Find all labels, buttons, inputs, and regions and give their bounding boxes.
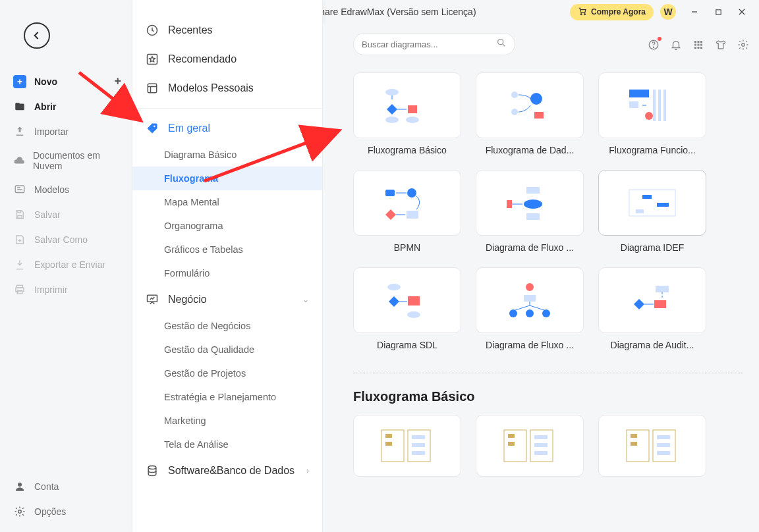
example-thumb — [353, 415, 461, 477]
svg-rect-16 — [148, 84, 156, 92]
template-caption: Diagrama de Fluxo ... — [476, 340, 584, 350]
search-box[interactable] — [353, 33, 515, 55]
svg-rect-73 — [534, 443, 548, 447]
svg-rect-6 — [15, 186, 24, 193]
svg-rect-51 — [408, 296, 420, 306]
category-sub-item[interactable]: Tela de Análise — [132, 433, 322, 456]
panel-top-item[interactable]: Recentes — [132, 16, 322, 45]
svg-line-21 — [503, 44, 505, 46]
svg-rect-89 — [700, 44, 702, 46]
template-caption: Diagrama de Fluxo ... — [476, 242, 584, 253]
svg-rect-54 — [524, 295, 536, 302]
help-icon[interactable] — [647, 38, 660, 51]
category-sub-item[interactable]: Gestão de Projetos — [132, 361, 322, 385]
template-card[interactable]: Fluxograma Básico — [353, 72, 461, 155]
tshirt-icon[interactable] — [714, 38, 727, 51]
category-sub-item[interactable]: Gestão de Negócios — [132, 314, 322, 338]
sidebar-item-label: Imprimir — [34, 284, 68, 295]
buy-now-button[interactable]: Compre Agora — [570, 4, 654, 20]
category-sub-item[interactable]: Organograma — [132, 214, 322, 238]
sidebar-item-label: Modelos — [34, 184, 69, 195]
svg-rect-3 — [716, 9, 720, 14]
category-sub-item[interactable]: Mapa Mental — [132, 190, 322, 214]
category-sub-item[interactable]: Diagrama Básico — [132, 143, 322, 167]
svg-point-49 — [387, 284, 401, 290]
template-thumb — [476, 72, 584, 138]
category-sub-item[interactable]: Fluxograma — [132, 167, 322, 190]
svg-rect-31 — [534, 112, 544, 119]
svg-point-93 — [742, 43, 745, 47]
sidebar-item-imprimir[interactable]: Imprimir — [0, 277, 132, 302]
minimize-button[interactable] — [683, 3, 706, 21]
sidebar-item-abrir[interactable]: Abrir — [0, 94, 132, 119]
star-box-icon — [146, 53, 159, 66]
sidebar-item-exportar[interactable]: Exportar e Enviar — [0, 252, 132, 277]
search-input[interactable] — [362, 40, 496, 49]
plus-icon[interactable]: + — [114, 74, 121, 88]
category-sub-item[interactable]: Formulário — [132, 261, 322, 285]
cart-icon — [578, 7, 587, 18]
template-card[interactable]: Diagrama de Audit... — [598, 267, 706, 350]
template-card[interactable]: Fluxograma Funcio... — [598, 72, 706, 155]
svg-point-26 — [385, 117, 399, 123]
sidebar-footer-opcoes[interactable]: Opções — [0, 499, 132, 524]
category-sub-item[interactable]: Gestão da Qualidade — [132, 338, 322, 361]
example-template-card[interactable] — [476, 415, 584, 477]
sidebar-item-label: Documentos em Nuvem — [33, 150, 121, 171]
app-badge[interactable]: W — [660, 4, 676, 20]
panel-top-item[interactable]: Modelos Pessoais — [132, 74, 322, 103]
svg-point-0 — [580, 13, 582, 14]
template-card[interactable]: BPMN — [353, 170, 461, 253]
svg-rect-87 — [694, 44, 696, 46]
sidebar-item-novo[interactable]: +Novo+ — [0, 68, 132, 94]
template-card[interactable]: Diagrama IDEF — [598, 170, 706, 253]
template-card[interactable]: Diagrama de Fluxo ... — [476, 267, 584, 350]
category-sub-item[interactable]: Marketing — [132, 409, 322, 433]
svg-rect-65 — [412, 435, 425, 439]
settings-icon[interactable] — [737, 38, 750, 51]
category-header[interactable]: Negócio⌄ — [132, 285, 322, 314]
close-button[interactable] — [730, 3, 754, 21]
category-sub-item[interactable]: Gráficos e Tabelas — [132, 238, 322, 261]
back-button[interactable] — [24, 22, 50, 49]
svg-rect-48 — [636, 209, 644, 213]
sidebar-item-importar[interactable]: Importar — [0, 119, 132, 144]
svg-rect-92 — [700, 47, 702, 49]
tag-icon — [146, 122, 159, 135]
sidebar-item-label: Abrir — [34, 101, 56, 112]
template-card[interactable]: Fluxograma de Dad... — [476, 72, 584, 155]
sidebar-item-salvar[interactable]: Salvar — [0, 202, 132, 227]
example-template-card[interactable] — [353, 415, 461, 477]
templates-icon — [13, 183, 26, 196]
category-sub-item[interactable]: Estratégia e Planejamento — [132, 385, 322, 409]
sidebar-item-modelos[interactable]: Modelos — [0, 177, 132, 202]
svg-point-12 — [18, 483, 22, 487]
panel-top-label: Modelos Pessoais — [168, 82, 254, 94]
apps-icon[interactable] — [692, 38, 705, 51]
panel-top-item[interactable]: Recomendado — [132, 45, 322, 74]
svg-rect-70 — [508, 434, 515, 438]
svg-rect-60 — [654, 300, 666, 308]
svg-point-37 — [645, 112, 653, 120]
sidebar-item-salvar-como[interactable]: Salvar Como — [0, 227, 132, 252]
template-thumb — [598, 170, 706, 236]
category-header[interactable]: Software&Banco de Dados› — [132, 456, 322, 485]
sidebar-footer-conta[interactable]: Conta — [0, 474, 132, 499]
maximize-button[interactable] — [706, 3, 730, 21]
svg-rect-42 — [526, 187, 540, 194]
example-template-card[interactable] — [598, 415, 706, 477]
notifications-icon[interactable] — [669, 38, 683, 51]
doc-new-icon: + — [13, 75, 26, 88]
search-icon — [496, 38, 507, 51]
template-caption: Fluxograma Funcio... — [598, 145, 706, 155]
template-thumb — [476, 170, 584, 236]
category-header[interactable]: Em geral⌄ — [132, 114, 322, 143]
svg-point-53 — [526, 283, 534, 291]
svg-rect-86 — [700, 41, 702, 43]
svg-rect-84 — [694, 41, 696, 43]
template-thumb — [476, 267, 584, 333]
chevron-right-icon: › — [306, 466, 309, 475]
template-card[interactable]: Diagrama SDL — [353, 267, 461, 350]
template-card[interactable]: Diagrama de Fluxo ... — [476, 170, 584, 253]
sidebar-item-nuvem[interactable]: Documentos em Nuvem — [0, 144, 132, 177]
